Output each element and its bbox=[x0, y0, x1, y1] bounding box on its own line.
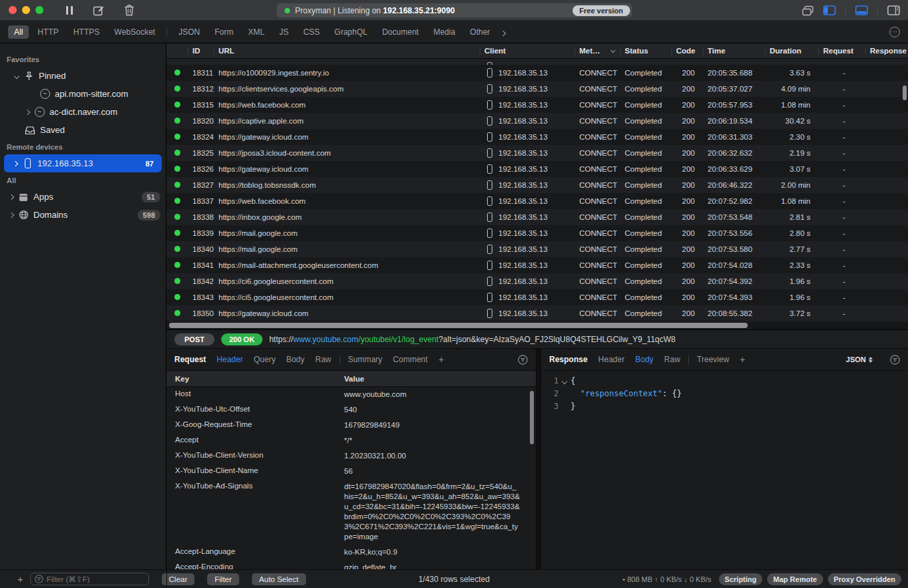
filter-tab[interactable]: Form bbox=[208, 25, 239, 39]
column-header-response[interactable]: Response bbox=[865, 43, 908, 58]
table-row[interactable]: 18326 https://gateway.icloud.com 192.168… bbox=[166, 161, 908, 177]
column-header-url[interactable]: URL bbox=[214, 43, 480, 58]
add-request-tab-button[interactable]: + bbox=[438, 354, 444, 365]
close-window-button[interactable] bbox=[9, 6, 17, 14]
status-pill-button[interactable]: Scripting bbox=[719, 573, 763, 585]
filter-tab[interactable]: JSON bbox=[172, 25, 206, 39]
table-row[interactable]: 18337 https://web.facebook.com 192.168.3… bbox=[166, 193, 908, 209]
table-row[interactable]: 18320 https://captive.apple.com 192.168.… bbox=[166, 113, 908, 129]
filter-tab[interactable]: XML bbox=[242, 25, 271, 39]
filter-tab[interactable]: Other bbox=[464, 25, 496, 39]
tab-request-header[interactable]: Header bbox=[216, 355, 243, 364]
filter-tab[interactable]: WebSocket bbox=[108, 25, 161, 39]
more-tabs-chevron-icon[interactable] bbox=[500, 30, 506, 35]
tab-request-raw[interactable]: Raw bbox=[315, 355, 331, 364]
filter-tab[interactable]: HTTPS bbox=[67, 25, 106, 39]
header-row[interactable]: X-YouTube-Client-Name 56 bbox=[166, 464, 536, 479]
filter-tab[interactable]: Document bbox=[376, 25, 425, 39]
sidebar-item-pinned-domain[interactable]: ~ api.mom-sitter.com bbox=[0, 85, 166, 103]
table-row[interactable]: 18312 https://clientservices.googleapis.… bbox=[166, 81, 908, 97]
table-row[interactable]: 18327 https://toblog.tobsnssdk.com 192.1… bbox=[166, 177, 908, 193]
tab-request-query[interactable]: Query bbox=[254, 355, 276, 364]
toggle-right-sidebar-icon[interactable] bbox=[887, 5, 900, 15]
response-body-viewer[interactable]: 1 { 2 "responseContext": {} 3 } bbox=[541, 371, 908, 569]
table-row[interactable]: 18340 https://mail.google.com 192.168.35… bbox=[166, 241, 908, 257]
filter-tab[interactable]: CSS bbox=[297, 25, 326, 39]
table-row[interactable]: 18311 https://o1000929.ingest.sentry.io … bbox=[166, 65, 908, 81]
multiple-windows-icon[interactable] bbox=[802, 5, 814, 16]
response-format-select[interactable]: JSON bbox=[846, 355, 873, 363]
column-header-client[interactable]: Client bbox=[480, 43, 575, 58]
tab-request-summary[interactable]: Summary bbox=[348, 355, 382, 364]
column-header-method[interactable]: Met… bbox=[575, 43, 620, 58]
compose-icon[interactable] bbox=[93, 5, 104, 16]
header-row[interactable]: X-YouTube-Client-Version 1.20230321.00.0… bbox=[166, 448, 536, 464]
trash-icon[interactable] bbox=[124, 5, 134, 16]
header-row[interactable]: Host www.youtube.com bbox=[166, 387, 536, 402]
filter-button[interactable]: Filter bbox=[207, 573, 239, 585]
sidebar: Favorites Pinned ~ api.mom-sitter.com ~ … bbox=[0, 43, 166, 569]
filter-options-icon[interactable]: ⋯ bbox=[889, 27, 900, 37]
header-row[interactable]: X-Goog-Request-Time 1679829849149 bbox=[166, 418, 536, 433]
tab-response-raw[interactable]: Raw bbox=[664, 355, 680, 364]
request-pane-scrollbar[interactable] bbox=[530, 391, 534, 444]
table-row[interactable]: 18315 https://web.facebook.com 192.168.3… bbox=[166, 97, 908, 113]
table-row[interactable]: 18324 https://gateway.icloud.com 192.168… bbox=[166, 129, 908, 145]
header-row[interactable]: X-YouTube-Utc-Offset 540 bbox=[166, 402, 536, 418]
tab-response-header[interactable]: Header bbox=[598, 355, 624, 364]
tab-request-comment[interactable]: Comment bbox=[393, 355, 428, 364]
collapse-chevron-icon[interactable] bbox=[559, 376, 571, 386]
table-row[interactable]: 18338 https://inbox.google.com 192.168.3… bbox=[166, 209, 908, 225]
header-row[interactable]: Accept-Language ko-KR,ko;q=0.9 bbox=[166, 545, 536, 560]
minimize-window-button[interactable] bbox=[22, 6, 30, 14]
header-row[interactable]: X-YouTube-Ad-Signals dt=1679829847020&fl… bbox=[166, 479, 536, 545]
table-row[interactable]: 18343 https://ci5.googleusercontent.com … bbox=[166, 289, 908, 305]
tab-response-treeview[interactable]: Treeview bbox=[697, 355, 729, 364]
column-header-duration[interactable]: Duration bbox=[765, 43, 818, 58]
add-filter-button[interactable]: + bbox=[17, 573, 23, 585]
sidebar-item-saved[interactable]: Saved bbox=[0, 121, 166, 139]
kv-table-header: Key Value bbox=[166, 371, 536, 387]
filter-tab[interactable]: JS bbox=[273, 25, 295, 39]
toggle-left-sidebar-icon[interactable] bbox=[823, 5, 836, 15]
response-filter-icon[interactable] bbox=[890, 355, 900, 365]
zoom-window-button[interactable] bbox=[35, 6, 43, 14]
sidebar-item-apps[interactable]: Apps 51 bbox=[0, 188, 166, 206]
status-pill-button[interactable]: Map Remote bbox=[767, 573, 822, 585]
request-filter-icon[interactable] bbox=[518, 355, 528, 365]
table-row[interactable]: 18325 https://jposa3.icloud-content.com … bbox=[166, 145, 908, 161]
auto-select-button[interactable]: Auto Select bbox=[252, 573, 306, 585]
filter-tab[interactable]: HTTP bbox=[31, 25, 64, 39]
row-id: 18337 bbox=[188, 197, 214, 205]
table-row[interactable]: 18341 https://mail-attachment.googleuser… bbox=[166, 257, 908, 273]
filter-input[interactable]: Filter (⌘⇧F) bbox=[30, 573, 149, 585]
table-row[interactable]: 18342 https://ci6.googleusercontent.com … bbox=[166, 273, 908, 289]
column-header-status[interactable]: Status bbox=[620, 43, 671, 58]
column-header-time[interactable]: Time bbox=[703, 43, 765, 58]
toggle-bottom-panel-icon[interactable] bbox=[855, 5, 868, 15]
filter-tab[interactable]: Media bbox=[428, 25, 462, 39]
header-row[interactable]: Accept-Encoding gzip, deflate, br bbox=[166, 560, 536, 569]
tab-request-body[interactable]: Body bbox=[286, 355, 304, 364]
table-row-partial[interactable] bbox=[166, 59, 908, 65]
table-row[interactable]: 18339 https://mail.google.com 192.168.35… bbox=[166, 225, 908, 241]
sidebar-item-device[interactable]: 192.168.35.13 87 bbox=[4, 154, 162, 172]
header-row[interactable]: Accept */* bbox=[166, 433, 536, 448]
vertical-scrollbar[interactable] bbox=[903, 86, 907, 100]
pause-capture-icon[interactable] bbox=[66, 6, 73, 15]
sidebar-item-pinned[interactable]: Pinned bbox=[0, 67, 166, 85]
add-response-tab-button[interactable]: + bbox=[740, 354, 745, 365]
sidebar-item-pinned-domain[interactable]: ~ ac-dict.naver.com bbox=[0, 103, 166, 121]
status-pill-button[interactable]: Proxy Overridden bbox=[828, 573, 901, 585]
response-pane-title: Response bbox=[549, 355, 587, 364]
filter-tab[interactable]: GraphQL bbox=[329, 25, 373, 39]
table-row[interactable]: 18350 https://gateway.icloud.com 192.168… bbox=[166, 305, 908, 321]
phone-icon bbox=[487, 84, 492, 94]
filter-tab[interactable]: All bbox=[8, 25, 29, 39]
column-header-id[interactable]: ID bbox=[188, 43, 214, 58]
column-header-code[interactable]: Code bbox=[671, 43, 703, 58]
tab-response-body[interactable]: Body bbox=[635, 355, 653, 364]
sidebar-item-domains[interactable]: Domains 598 bbox=[0, 206, 166, 224]
horizontal-scrollbar[interactable] bbox=[166, 321, 908, 330]
column-header-request[interactable]: Request bbox=[818, 43, 865, 58]
